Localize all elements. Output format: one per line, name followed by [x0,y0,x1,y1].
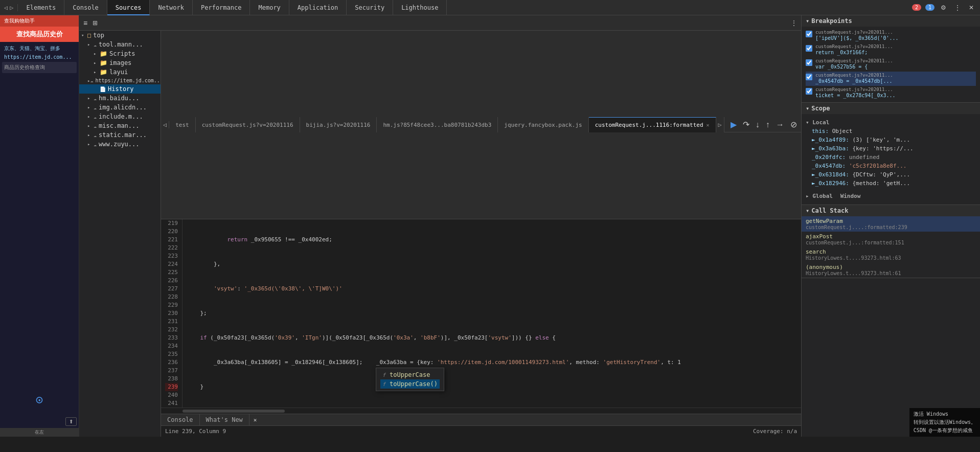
step-over-button[interactable]: ↷ [741,119,751,130]
chevron-misc [87,123,94,128]
file-tab-fancybox[interactable]: jquery.fancybox.pack.js [498,117,588,132]
new-snippet-button[interactable]: ⊞ [90,18,100,28]
bp-checkbox-3[interactable] [806,59,812,66]
alert-badge[interactable]: 2 [912,4,921,11]
tab-lighthouse[interactable]: Lighthouse [393,0,447,15]
scope-item-4547db[interactable]: _0x4547db: 'c5c3f201a8e8f... [812,162,976,170]
tree-item-misc[interactable]: ☁ misc.man... [79,121,161,130]
tab-memory[interactable]: Memory [250,0,289,15]
bp-checkbox-2[interactable] [806,45,812,52]
file-tab-customrequest[interactable]: customRequest.js?v=20201116 [196,117,300,132]
settings-button[interactable]: ⚙ [939,3,948,12]
debug-toolbar: ▶ ↷ ↓ ↑ → ⊘ ⬡ [724,117,801,132]
close-tab-icon[interactable]: ✕ [706,122,710,128]
ln-221: 221 [165,236,178,244]
scroll-top-button[interactable]: ⬆ [65,417,77,426]
horizontal-scrollbar[interactable] [161,408,801,414]
code-lines[interactable]: return _0x950655 !== _0x4002ed; }, 'vsyt… [183,219,801,408]
scope-header[interactable]: ▾ Scope [802,103,980,114]
autocomplete-item-2[interactable]: f toUpperCase() [380,379,440,389]
breakpoint-1: customRequest.js?v=202011... ['ipeUV']($… [806,29,976,43]
sidebar-link-2[interactable]: https://item.jd.com... [2,53,77,61]
code-line-224: _0x3a63ba[_0x138605] = _0x182946[_0x1386… [187,358,801,367]
scope-item-1a4f89[interactable]: ►_0x1a4f89: (3) ['key', 'm... [812,135,976,144]
autocomplete-icon-2: f [382,381,385,387]
tab-security[interactable]: Security [347,0,393,15]
step-into-button[interactable]: ↓ [754,119,762,130]
tree-item-tool[interactable]: ☁ tool.mann... [79,40,161,49]
more-button[interactable]: ⋮ [952,3,963,12]
tree-item-img[interactable]: ☁ img.alicdn... [79,103,161,112]
scope-item-6318d4[interactable]: ►_0x6318d4: {DCftw: 'QyP',... [812,170,976,179]
pause-resume-button[interactable]: ▶ [728,119,739,130]
step-out-button[interactable]: ↑ [764,119,772,130]
expand-sidebar-button[interactable]: ≡ [81,18,89,28]
tabs-left-nav[interactable]: ◁ [161,121,169,128]
devtools-topbar: ◁ ▷ Elements Console Sources Network Per… [0,0,980,15]
scope-item-3a63ba[interactable]: ►_0x3a63ba: {key: 'https://... [812,144,976,153]
more-sources-button[interactable]: ⋮ [789,18,799,28]
tree-item-static[interactable]: ☁ static.mar... [79,130,161,140]
coverage-status: Coverage: n/a [753,428,797,435]
file-tab-customrequest-formatted[interactable]: customRequest.j...1116:formatted ✕ [589,117,716,132]
tree-item-layui[interactable]: 📁 layui [79,67,161,77]
tab-sources[interactable]: Sources [107,0,150,15]
callstack-item-4[interactable]: (anonymous) HistoryLowes.t....93273.html… [802,262,980,278]
tab-elements[interactable]: Elements [18,0,64,15]
status-bar: Line 239, Column 9 Coverage: n/a [161,425,801,437]
tree-item-jd[interactable]: ☁ https://item.jd.com... [79,77,161,84]
autocomplete-item-1[interactable]: f toUpperCase [380,370,440,379]
autocomplete-popup[interactable]: f toUpperCase f toUpperCase() [376,368,444,391]
scope-section: ▾ Scope ▾ Local this: Object ► [802,103,980,205]
bottom-tab-console[interactable]: Console [161,414,200,425]
tree-item-www[interactable]: ☁ www.zuyu... [79,140,161,149]
tab-performance[interactable]: Performance [193,0,250,15]
ln-234: 234 [165,342,178,350]
tree-item-history[interactable]: 📄 History [79,84,161,94]
bp-text-1: customRequest.js?v=202011... ['ipeUV']($… [815,30,899,42]
ln-230: 230 [165,309,178,318]
scope-local-title[interactable]: ▾ Local [806,118,976,127]
bottom-tab-close[interactable]: ✕ [249,414,261,425]
tree-item-images[interactable]: 📁 images [79,58,161,67]
tree-item-scripts[interactable]: 📁 Scripts [79,49,161,58]
tree-label-include: include.m... [99,113,143,120]
tab-application[interactable]: Application [289,0,347,15]
scope-content: ▾ Local this: Object ►_0x1a4f89: (3) ['k… [802,114,980,205]
file-tab-hm[interactable]: hm.js?85f48cee3...ba80781b243db3 [377,117,498,132]
callstack-item-3[interactable]: search HistoryLowes.t....93273.html:63 [802,247,980,262]
message-badge[interactable]: 1 [925,4,935,11]
tree-item-hm[interactable]: ☁ hm.baidu... [79,94,161,103]
callstack-item-2[interactable]: ajaxPost customRequest.j...:formatted:15… [802,232,980,247]
callstack-section: ▾ Call Stack getNewParam customRequest.j… [802,205,980,278]
file-tab-bijia[interactable]: bijia.js?v=20201116 [300,117,377,132]
step-button[interactable]: → [774,119,786,130]
tab-console[interactable]: Console [64,0,107,15]
bp-checkbox-1[interactable] [806,31,812,37]
file-tab-test[interactable]: test [169,117,196,132]
sidebar-link-3[interactable]: 商品历史价格查询 [2,62,77,73]
tree-item-include[interactable]: ☁ include.m... [79,112,161,121]
breakpoint-3: customRequest.js?v=202011... var _0x527b… [806,57,976,72]
scope-key-this: this: [812,128,829,134]
close-devtools-button[interactable]: ✕ [967,3,976,12]
callstack-item-1[interactable]: getNewParam customRequest.j....:formatte… [802,216,980,232]
cloud-icon-hm: ☁ [94,96,97,101]
tree-item-top[interactable]: □ top [79,31,161,40]
tabs-right-nav[interactable]: ▷ [716,121,724,128]
sidebar-link-1[interactable]: 京东、天猫、淘宝、拼多 [2,44,77,53]
callstack-file-1: customRequest.j....:formatted:239 [806,224,976,230]
bp-checkbox-4[interactable] [806,74,812,80]
scope-global-title[interactable]: ▸ Global Window [806,192,976,200]
scope-item-182946[interactable]: ►_0x182946: {method: 'getH... [812,179,976,188]
scope-item-this[interactable]: this: Object [812,127,976,135]
bottom-tab-whatsnew[interactable]: What's New [200,414,249,425]
bp-checkbox-5[interactable] [806,88,812,95]
breakpoints-header[interactable]: ▾ Breakpoints [802,15,980,27]
breakpoints-title: Breakpoints [811,17,852,25]
tab-network[interactable]: Network [150,0,193,15]
deactivate-breakpoints-button[interactable]: ⊘ [788,119,799,130]
scope-item-20fdfc[interactable]: _0x20fdfc: undefined [812,153,976,162]
scrollbar-thumb[interactable] [183,410,285,413]
callstack-header[interactable]: ▾ Call Stack [802,205,980,216]
